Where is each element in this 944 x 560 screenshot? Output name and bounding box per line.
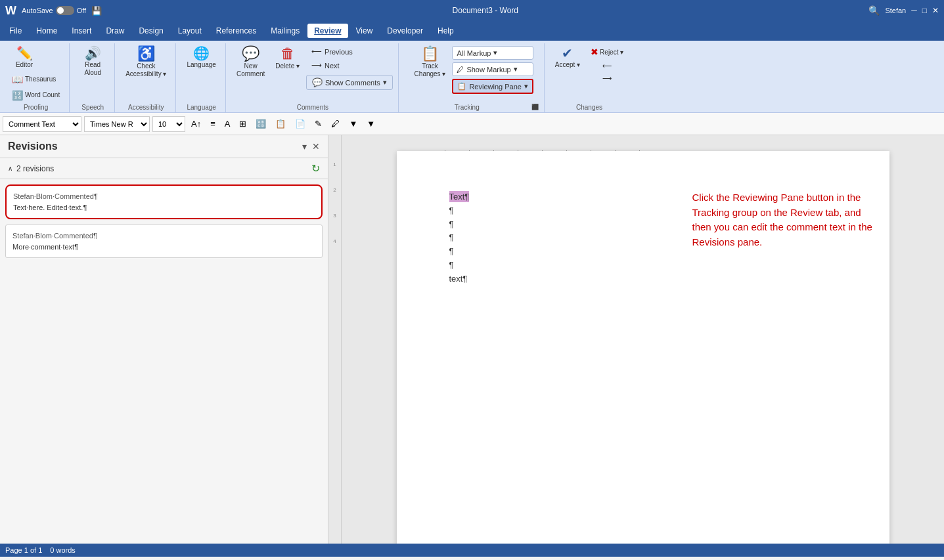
- page-info: Page 1 of 1: [5, 546, 42, 554]
- nextchange-button[interactable]: ⟶: [587, 73, 627, 84]
- trackchanges-label: TrackChanges ▾: [415, 62, 446, 78]
- editor-button[interactable]: ✏️ Editor: [8, 45, 41, 71]
- ribbon-group-accessibility: ♿ CheckAccessibility ▾ Accessibility: [116, 43, 176, 112]
- tracking-expand-icon[interactable]: ⬛: [531, 104, 539, 110]
- newcomment-icon: 💬: [242, 47, 259, 61]
- comment-button[interactable]: 🖊: [328, 118, 343, 130]
- revision-text-1[interactable]: Text·here. Edited·text.¶: [13, 202, 315, 213]
- reject-button[interactable]: ✖ Reject ▾: [587, 45, 627, 59]
- menu-design[interactable]: Design: [132, 24, 169, 38]
- doc-title: Document3 - Word: [107, 6, 863, 15]
- menu-file[interactable]: File: [3, 24, 28, 38]
- menu-layout[interactable]: Layout: [171, 24, 208, 38]
- ribbon-group-speech: 🔊 ReadAloud Speech: [71, 43, 115, 112]
- delete-label: Delete ▾: [275, 62, 300, 70]
- save-icon[interactable]: 💾: [91, 6, 102, 16]
- reviewingpane-label: Reviewing Pane: [469, 83, 522, 91]
- showmarkup-icon: 🖊: [457, 66, 464, 74]
- size-select[interactable]: 10: [152, 116, 185, 132]
- showmarkup-label: Show Markup: [466, 66, 510, 74]
- menu-review[interactable]: Review: [307, 24, 348, 38]
- shrink-font-button[interactable]: ≡: [207, 118, 219, 130]
- minimize-icon[interactable]: ─: [911, 6, 917, 15]
- formatting-bar: Comment Text Times New R 10 A↑ ≡ A ⊞ 🔠 📋…: [0, 113, 944, 135]
- newcomment-button[interactable]: 💬 NewComment: [233, 45, 269, 80]
- paragraph-icon[interactable]: ⊞: [236, 118, 250, 130]
- reject-label: Reject ▾: [600, 49, 623, 56]
- readaloud-label: ReadAloud: [84, 61, 101, 77]
- close-icon[interactable]: ✕: [932, 6, 939, 15]
- ribbon-group-proofing: ✏️ Editor 📖 Thesaurus 🔢 Word Count Proof…: [3, 43, 70, 112]
- style-select[interactable]: Comment Text: [3, 116, 81, 132]
- clear-format-button[interactable]: A: [221, 118, 234, 130]
- showmarkup-dropdown-icon: ▾: [514, 65, 518, 74]
- showcomments-button[interactable]: 💬 Show Comments ▾: [306, 75, 393, 90]
- menu-mailings[interactable]: Mailings: [264, 24, 306, 38]
- vertical-ruler: 1 2 3 4: [328, 135, 342, 544]
- checkaccessibility-button[interactable]: ♿ CheckAccessibility ▾: [122, 45, 170, 80]
- autosave-toggle[interactable]: [56, 6, 74, 15]
- comments-content: 💬 NewComment 🗑 Delete ▾ ⟵ Previous ⟶: [233, 45, 393, 102]
- wordcount-label: Word Count: [25, 91, 60, 99]
- next-label: Next: [325, 62, 340, 70]
- pane-dropdown-button[interactable]: ▾: [302, 141, 307, 152]
- allmarkup-label: All Markup: [457, 49, 491, 57]
- allmarkup-dropdown[interactable]: All Markup ▾: [452, 46, 533, 60]
- changes-content: ✔ Accept ▾ ✖ Reject ▾ ⟵ ⟶: [551, 45, 627, 102]
- copy-button[interactable]: 📄: [292, 118, 309, 130]
- revisions-title: Revisions: [8, 140, 58, 152]
- refresh-button[interactable]: ↻: [311, 162, 320, 175]
- menu-view[interactable]: View: [349, 24, 380, 38]
- document-area: 1 2 3 4 1 2 3 4 5 6 7 8 9: [328, 135, 944, 544]
- count-chevron[interactable]: ∧: [8, 165, 12, 172]
- thesaurus-button[interactable]: 📖 Thesaurus: [8, 72, 60, 87]
- accept-label: Accept ▾: [555, 61, 580, 69]
- next-button[interactable]: ⟶ Next: [306, 60, 393, 71]
- language-label: Language: [187, 61, 216, 69]
- revisions-count-row: ∧ 2 revisions ↻: [0, 158, 328, 179]
- down-arrow-button[interactable]: ▼: [363, 118, 378, 130]
- speech-content: 🔊 ReadAloud: [76, 45, 109, 102]
- revisions-count-label: 2 revisions: [16, 164, 54, 173]
- menu-developer[interactable]: Developer: [380, 24, 430, 38]
- prevchange-button[interactable]: ⟵: [587, 60, 627, 72]
- search-icon[interactable]: 🔍: [868, 5, 880, 16]
- allmarkup-dropdown-icon: ▾: [493, 49, 497, 57]
- doc-page[interactable]: Text¶ ¶ ¶ ¶ ¶ ¶ text¶ Click the Reviewin…: [397, 151, 889, 544]
- language-button[interactable]: 🌐 Language: [183, 45, 220, 71]
- accessibility-content: ♿ CheckAccessibility ▾: [122, 45, 170, 102]
- menu-help[interactable]: Help: [431, 24, 461, 38]
- language-content: 🌐 Language: [183, 45, 220, 102]
- accept-button[interactable]: ✔ Accept ▾: [551, 45, 584, 71]
- doc-scroll[interactable]: 1 2 3 4 5 6 7 8 9 Text¶ ¶ ¶ ¶: [342, 135, 944, 544]
- readaloud-button[interactable]: 🔊 ReadAloud: [76, 45, 109, 79]
- menu-insert[interactable]: Insert: [65, 24, 98, 38]
- menu-draw[interactable]: Draw: [99, 24, 131, 38]
- maximize-icon[interactable]: □: [922, 6, 927, 15]
- track-button[interactable]: ✎: [311, 118, 325, 130]
- revision-author-1: Stefan·Blom·Commented¶: [13, 191, 315, 202]
- highlight-button[interactable]: ▼: [346, 118, 361, 130]
- grow-font-button[interactable]: A↑: [188, 118, 204, 130]
- trackchanges-button[interactable]: 📋 TrackChanges ▾: [411, 45, 450, 80]
- showmarkup-button[interactable]: 🖊 Show Markup ▾: [452, 62, 533, 76]
- tracking-label: Tracking: [405, 104, 529, 111]
- language-icon: 🌐: [193, 47, 210, 60]
- autosave-area: AutoSave Off: [22, 6, 86, 15]
- menu-home[interactable]: Home: [30, 24, 64, 38]
- previous-button[interactable]: ⟵ Previous: [306, 46, 393, 57]
- delete-button[interactable]: 🗑 Delete ▾: [271, 45, 303, 72]
- reviewingpane-button[interactable]: 📋 Reviewing Pane ▾: [452, 79, 533, 94]
- pane-close-button[interactable]: ✕: [312, 141, 320, 152]
- menu-references[interactable]: References: [210, 24, 263, 38]
- editor-label: Editor: [16, 61, 33, 69]
- title-bar: W AutoSave Off 💾 Document3 - Word 🔍 Stef…: [0, 0, 944, 21]
- wordcount-button[interactable]: 🔢 Word Count: [8, 88, 64, 102]
- clipboard-button[interactable]: 📋: [272, 118, 289, 130]
- checkaccessibility-label: CheckAccessibility ▾: [125, 62, 166, 78]
- revision-item[interactable]: Stefan·Blom·Commented¶ More·comment·text…: [5, 225, 323, 258]
- revision-text-2[interactable]: More·comment·text¶: [12, 242, 315, 253]
- font-select[interactable]: Times New R: [84, 116, 150, 132]
- text-frame-button[interactable]: 🔠: [252, 118, 269, 130]
- revision-item[interactable]: Stefan·Blom·Commented¶ Text·here. Edited…: [5, 184, 323, 219]
